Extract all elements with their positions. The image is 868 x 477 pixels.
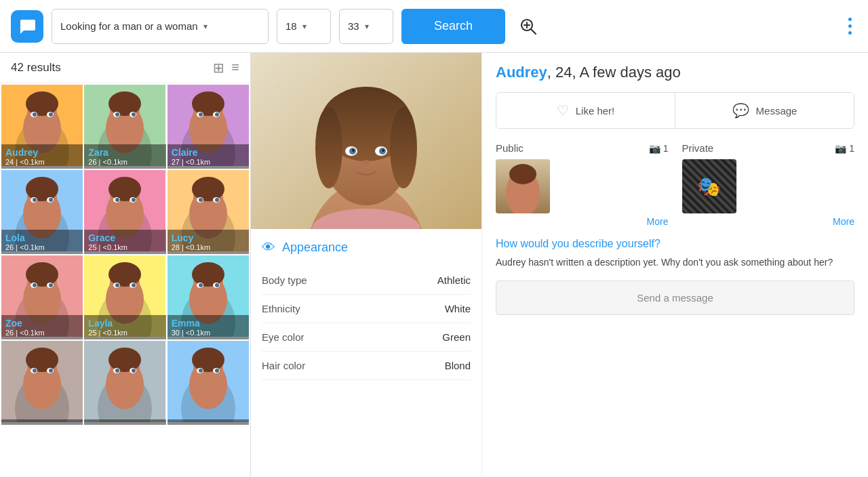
chat-icon: 💬 <box>732 102 749 119</box>
profile-card-meta: 26 | <0.1km <box>88 158 161 166</box>
svg-point-56 <box>199 198 203 202</box>
profile-card[interactable]: Layla 25 | <0.1km <box>84 255 165 339</box>
gender-filter-label: Looking for a man or a woman <box>60 20 198 32</box>
svg-point-17 <box>108 91 141 116</box>
app-logo <box>11 10 43 43</box>
profile-card-name: Lola <box>5 232 79 243</box>
main-profile-photo <box>251 53 481 229</box>
svg-point-74 <box>115 283 119 287</box>
svg-point-12 <box>49 112 53 117</box>
svg-line-1 <box>531 29 536 34</box>
list-view-icon[interactable]: ≡ <box>231 60 239 76</box>
profile-card[interactable]: Emma 30 | <0.1km <box>167 255 249 339</box>
svg-point-83 <box>199 283 203 287</box>
profile-card-meta: 26 | <0.1km <box>5 243 79 251</box>
public-more-link[interactable]: More <box>496 216 669 227</box>
main-content: 42 results ⊞ ≡ Audrey 24 | <0.1km Zara 2 <box>0 53 868 477</box>
heart-icon: ♡ <box>557 102 569 119</box>
like-button[interactable]: ♡ Like her! <box>496 93 675 128</box>
profiles-grid: Audrey 24 | <0.1km Zara 26 | <0.1km Clai… <box>0 83 250 426</box>
svg-point-38 <box>33 198 37 202</box>
camera-icon: 📷 <box>835 143 846 154</box>
public-photo-thumb[interactable] <box>496 159 550 213</box>
profile-card[interactable] <box>167 341 249 425</box>
svg-point-20 <box>115 112 119 117</box>
eye-icon: 👁 <box>262 240 275 255</box>
eye-color-label: Eye color <box>262 331 304 343</box>
profile-card-name: Grace <box>88 232 161 243</box>
profile-card-name: Zara <box>88 147 161 158</box>
view-toggle: ⊞ ≡ <box>213 60 239 76</box>
svg-point-57 <box>215 198 219 202</box>
ethnicity-row: Ethnicity White <box>262 295 471 323</box>
profile-right-panel: Audrey, 24, A few days ago ♡ Like her! 💬… <box>481 53 868 477</box>
profile-card[interactable]: Grace 25 | <0.1km <box>84 170 165 254</box>
profile-card-name: Layla <box>88 318 161 329</box>
svg-point-21 <box>132 112 136 117</box>
gender-filter-dropdown[interactable]: Looking for a man or a woman ▾ <box>52 9 269 44</box>
body-type-label: Body type <box>262 274 307 286</box>
profile-card[interactable]: Lola 26 | <0.1km <box>1 170 83 254</box>
svg-point-101 <box>115 369 119 373</box>
profile-card-meta: 25 | <0.1km <box>88 329 161 337</box>
svg-point-89 <box>26 348 58 372</box>
menu-dots-icon[interactable] <box>843 12 857 40</box>
age-min-value: 18 <box>285 20 297 32</box>
photos-row: Public 📷 1 <box>496 142 854 227</box>
svg-point-102 <box>132 369 136 373</box>
age-max-dropdown[interactable]: 33 ▾ <box>339 9 393 44</box>
chevron-down-icon: ▾ <box>302 22 307 31</box>
svg-point-8 <box>26 91 58 116</box>
svg-point-107 <box>192 348 224 372</box>
camera-icon: 📷 <box>649 143 660 154</box>
private-photo-thumb[interactable]: 🎭 <box>682 159 736 213</box>
sidebar: 42 results ⊞ ≡ Audrey 24 | <0.1km Zara 2 <box>0 53 251 477</box>
svg-point-44 <box>108 177 141 201</box>
private-more-link[interactable]: More <box>682 216 855 227</box>
profile-card[interactable] <box>1 341 83 425</box>
hair-color-value: Blond <box>445 360 471 371</box>
zoom-icon[interactable] <box>513 12 543 41</box>
eye-color-row: Eye color Green <box>262 323 471 352</box>
describe-text: Audrey hasn't written a description yet.… <box>496 255 854 270</box>
profile-card[interactable]: Lucy 28 | <0.1km <box>167 170 249 254</box>
profile-card[interactable]: Zara 26 | <0.1km <box>84 85 165 169</box>
profile-card-meta: 26 | <0.1km <box>5 329 79 337</box>
age-min-dropdown[interactable]: 18 ▾ <box>277 9 331 44</box>
svg-point-66 <box>49 283 53 287</box>
profile-card-name: Claire <box>172 147 245 158</box>
profile-card-meta: 24 | <0.1km <box>5 158 79 166</box>
svg-point-123 <box>352 149 355 152</box>
svg-point-26 <box>192 91 224 116</box>
sidebar-header: 42 results ⊞ ≡ <box>0 53 250 83</box>
mask-icon: 🎭 <box>697 175 721 198</box>
ethnicity-value: White <box>445 303 471 314</box>
body-type-row: Body type Athletic <box>262 266 471 295</box>
profile-card-name: Lucy <box>172 232 245 243</box>
svg-point-110 <box>199 369 203 373</box>
svg-point-84 <box>215 283 219 287</box>
action-buttons: ♡ Like her! 💬 Message <box>496 92 854 129</box>
svg-point-118 <box>390 107 417 188</box>
private-photos-count: 📷 1 <box>835 143 854 154</box>
appearance-title: 👁 Appearance <box>262 240 471 255</box>
profile-name[interactable]: Audrey <box>496 64 547 81</box>
svg-point-62 <box>26 262 58 287</box>
grid-view-icon[interactable]: ⊞ <box>213 60 224 76</box>
svg-point-117 <box>315 107 342 188</box>
svg-point-65 <box>33 283 37 287</box>
svg-point-29 <box>199 112 203 117</box>
svg-point-11 <box>33 112 37 117</box>
send-message-button[interactable]: Send a message <box>496 281 854 315</box>
appearance-section: 👁 Appearance Body type Athletic Ethnicit… <box>251 229 481 391</box>
chevron-down-icon: ▾ <box>365 22 369 31</box>
message-button[interactable]: 💬 Message <box>675 93 854 128</box>
results-count: 42 results <box>11 61 61 75</box>
profile-card[interactable]: Claire 27 | <0.1km <box>167 85 249 169</box>
profile-card[interactable]: Audrey 24 | <0.1km <box>1 85 83 169</box>
profile-card[interactable] <box>84 341 165 425</box>
search-button[interactable]: Search <box>401 9 505 44</box>
body-type-value: Athletic <box>437 274 471 286</box>
profile-card-meta: 27 | <0.1km <box>172 158 245 166</box>
profile-card[interactable]: Zoe 26 | <0.1km <box>1 255 83 339</box>
